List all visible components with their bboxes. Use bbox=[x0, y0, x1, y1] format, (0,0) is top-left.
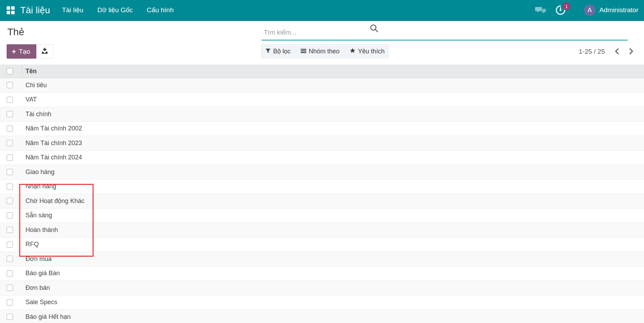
download-icon bbox=[41, 47, 48, 55]
row-checkbox-cell bbox=[0, 151, 22, 165]
activities-clock-icon[interactable]: 1 bbox=[555, 5, 566, 15]
menu-du-lieu-goc[interactable]: Dữ liệu Gốc bbox=[90, 0, 140, 21]
favorites-button[interactable]: Yêu thích bbox=[350, 48, 385, 55]
select-all-checkbox[interactable] bbox=[7, 68, 13, 74]
table-row[interactable]: Năm Tài chính 2023 bbox=[0, 136, 644, 151]
star-icon bbox=[350, 48, 356, 55]
menu-cau-hinh[interactable]: Cấu hình bbox=[140, 0, 181, 21]
row-checkbox-cell bbox=[0, 78, 22, 92]
table-row[interactable]: Tài chính bbox=[0, 107, 644, 122]
row-name[interactable]: Năm Tài chính 2023 bbox=[22, 140, 82, 147]
table-row[interactable]: Năm Tài chính 2024 bbox=[0, 151, 644, 165]
row-checkbox[interactable] bbox=[7, 111, 13, 117]
row-checkbox[interactable] bbox=[7, 270, 13, 277]
table-row[interactable]: Nhận hàng bbox=[0, 180, 644, 194]
header-checkbox-cell bbox=[0, 65, 22, 78]
row-checkbox[interactable] bbox=[7, 256, 13, 262]
row-name[interactable]: RFQ bbox=[22, 241, 39, 248]
action-buttons: + Tạo bbox=[7, 44, 53, 59]
row-name[interactable]: Năm Tài chính 2002 bbox=[22, 125, 82, 132]
row-checkbox-cell bbox=[0, 266, 22, 281]
row-name[interactable]: Chi tiêu bbox=[22, 82, 47, 89]
apps-menu-icon[interactable] bbox=[7, 6, 15, 14]
row-name[interactable]: Đơn bán bbox=[22, 284, 50, 292]
app-brand[interactable]: Tài liệu bbox=[20, 5, 50, 16]
row-checkbox-cell bbox=[0, 209, 22, 223]
next-page-button[interactable] bbox=[627, 46, 636, 57]
table-row[interactable]: Đơn mua bbox=[0, 252, 644, 266]
row-checkbox-cell bbox=[0, 165, 22, 179]
row-name[interactable]: Giao hàng bbox=[22, 168, 54, 176]
table-row[interactable]: Chờ Hoạt động Khác bbox=[0, 194, 644, 209]
search-bar bbox=[262, 25, 628, 40]
row-name[interactable]: Đơn mua bbox=[22, 255, 52, 263]
row-checkbox[interactable] bbox=[7, 212, 13, 219]
pager: 1-25 / 25 bbox=[579, 46, 636, 57]
row-name[interactable]: VAT bbox=[22, 96, 37, 103]
table-row[interactable]: Năm Tài chính 2002 bbox=[0, 122, 644, 136]
group-by-label: Nhóm theo bbox=[309, 48, 339, 55]
row-name[interactable]: Báo giá Bán bbox=[22, 270, 60, 277]
search-input[interactable] bbox=[262, 25, 628, 40]
group-by-button[interactable]: Nhóm theo bbox=[301, 48, 339, 55]
row-name[interactable]: Báo giá Hết hạn bbox=[22, 313, 71, 321]
table-row[interactable]: VAT bbox=[0, 93, 644, 107]
search-icon[interactable] bbox=[369, 24, 379, 33]
row-name[interactable]: Chờ Hoạt động Khác bbox=[22, 197, 85, 205]
row-checkbox-cell bbox=[0, 223, 22, 237]
export-button[interactable] bbox=[36, 44, 53, 59]
row-checkbox[interactable] bbox=[7, 241, 13, 248]
activity-count-badge: 1 bbox=[563, 2, 570, 10]
menu-tai-lieu[interactable]: Tài liệu bbox=[55, 0, 90, 21]
row-checkbox[interactable] bbox=[7, 183, 13, 190]
user-avatar[interactable]: A bbox=[584, 5, 595, 16]
table-row[interactable]: Chi tiêu bbox=[0, 78, 644, 93]
documents-app-page: Tài liệu Tài liệu Dữ liệu Gốc Cấu hình 1 bbox=[0, 0, 644, 21]
row-checkbox[interactable] bbox=[7, 126, 13, 132]
filters-button[interactable]: Bộ lọc bbox=[265, 48, 291, 55]
row-checkbox-cell bbox=[0, 295, 22, 310]
create-button[interactable]: + Tạo bbox=[7, 44, 36, 59]
row-checkbox[interactable] bbox=[7, 227, 13, 233]
row-checkbox-cell bbox=[0, 252, 22, 266]
table-row[interactable]: Đơn bán bbox=[0, 281, 644, 295]
row-checkbox[interactable] bbox=[7, 82, 13, 88]
row-name[interactable]: Sale Specs bbox=[22, 299, 57, 306]
tags-list-view: Tên Chi tiêu VAT Tài chính Năm Tài chính… bbox=[0, 65, 644, 323]
row-checkbox[interactable] bbox=[7, 285, 13, 291]
table-row[interactable]: Hoàn thành bbox=[0, 223, 644, 238]
row-checkbox[interactable] bbox=[7, 314, 13, 320]
row-name[interactable]: Nhận hàng bbox=[22, 183, 56, 190]
row-checkbox[interactable] bbox=[7, 169, 13, 175]
top-menu: Tài liệu Dữ liệu Gốc Cấu hình bbox=[55, 0, 181, 21]
row-checkbox[interactable] bbox=[7, 198, 13, 204]
table-row[interactable]: Báo giá Bán bbox=[0, 266, 644, 281]
table-row[interactable]: Sẵn sàng bbox=[0, 209, 644, 223]
row-checkbox[interactable] bbox=[7, 299, 13, 306]
user-name[interactable]: Administrator bbox=[599, 6, 638, 14]
prev-page-button[interactable] bbox=[613, 46, 621, 57]
group-by-icon bbox=[301, 48, 306, 55]
row-checkbox-cell bbox=[0, 93, 22, 107]
row-checkbox[interactable] bbox=[7, 97, 13, 103]
topbar-right: 1 A Administrator bbox=[535, 5, 638, 16]
page-title: Thẻ bbox=[7, 27, 24, 38]
table-row[interactable]: Giao hàng bbox=[0, 165, 644, 180]
row-name[interactable]: Tài chính bbox=[22, 111, 51, 118]
chevron-left-icon bbox=[614, 48, 620, 56]
row-checkbox[interactable] bbox=[7, 140, 13, 146]
row-checkbox-cell bbox=[0, 180, 22, 194]
column-header-name[interactable]: Tên bbox=[22, 68, 37, 75]
table-row[interactable]: Báo giá Hết hạn bbox=[0, 310, 644, 323]
table-row[interactable]: RFQ bbox=[0, 238, 644, 252]
funnel-icon bbox=[265, 48, 271, 55]
row-name[interactable]: Sẵn sàng bbox=[22, 212, 52, 219]
create-button-label: Tạo bbox=[19, 48, 30, 55]
table-body: Chi tiêu VAT Tài chính Năm Tài chính 200… bbox=[0, 78, 644, 323]
table-row[interactable]: Sale Specs bbox=[0, 295, 644, 310]
messages-icon[interactable] bbox=[535, 6, 546, 15]
row-name[interactable]: Hoàn thành bbox=[22, 226, 58, 234]
filters-label: Bộ lọc bbox=[273, 48, 291, 55]
row-name[interactable]: Năm Tài chính 2024 bbox=[22, 154, 82, 161]
row-checkbox[interactable] bbox=[7, 155, 13, 161]
